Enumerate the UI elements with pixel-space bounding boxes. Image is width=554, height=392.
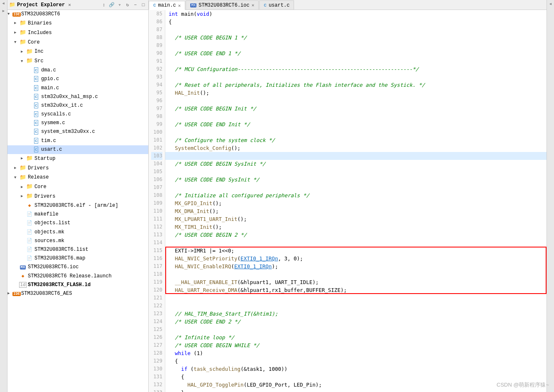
tree-item-sysmem-c[interactable]: csysmem.c: [7, 119, 148, 127]
tree-icon: c: [32, 66, 40, 74]
tree-item-stm32-aes[interactable]: ►IDESTM32U083RCT6_AES: [7, 289, 148, 298]
tree-label: gpio.c: [40, 75, 59, 83]
code-line-105: [165, 168, 547, 176]
tree-item-usart-c[interactable]: cusart.c: [7, 145, 148, 154]
tree-arrow[interactable]: ►: [21, 156, 26, 162]
tab-close-stm32-ioc[interactable]: ✕: [252, 2, 255, 8]
link-editor-icon[interactable]: 🔗: [108, 2, 115, 8]
tree-icon: 📄: [26, 219, 33, 227]
code-line-112: MX_TIM1_Init();: [165, 223, 547, 231]
tree-item-tim-c[interactable]: ctim.c: [7, 137, 148, 145]
tree-item-src[interactable]: ▼📁Src: [7, 56, 148, 66]
tree-arrow[interactable]: ▼: [7, 11, 12, 17]
tree-label: objects.list: [33, 219, 70, 227]
tree-item-main-c[interactable]: cmain.c: [7, 84, 148, 93]
tree-item-drivers[interactable]: ►📁Drivers: [7, 164, 148, 173]
tab-icon-usart: C: [264, 3, 267, 8]
right-panel-icon[interactable]: ◀: [549, 2, 552, 6]
maximize-icon[interactable]: □: [140, 2, 147, 8]
tree-item-stm32-map[interactable]: 📄STM32U083RCT6.map: [7, 254, 148, 263]
tree-label: sources.mk: [33, 237, 64, 245]
tree-item-stm32-list[interactable]: 📄STM32U083RCT6.list: [7, 245, 148, 254]
code-line-120: HAL_UART_Receive_DMA(&hlpuart1,rx1_buffe…: [165, 286, 547, 294]
left-panel-icon-1[interactable]: ▶: [2, 2, 6, 6]
tree-icon: c: [32, 84, 40, 92]
tab-close-main-c[interactable]: ✕: [178, 3, 181, 8]
collapse-all-icon[interactable]: ↕: [101, 2, 107, 8]
tree-label: Inc: [33, 48, 44, 56]
tree-icon: 📄: [26, 211, 33, 218]
tree-label: Drivers: [27, 164, 49, 172]
editor-area: C main.c ✕ MX STM32U083RCT6.ioc ✕ C usar…: [149, 0, 547, 392]
tree-arrow[interactable]: ►: [21, 49, 26, 55]
tree-item-objects-mk[interactable]: 📄objects.mk: [7, 228, 148, 237]
tree-item-root[interactable]: ▼IDESTM32U083RCT6: [7, 10, 148, 19]
tree-item-sources-mk[interactable]: 📄sources.mk: [7, 237, 148, 245]
tree-arrow[interactable]: ►: [7, 291, 12, 296]
tree-icon: c: [32, 137, 40, 145]
sync-icon[interactable]: ↻: [124, 2, 131, 8]
tree-item-binaries[interactable]: ►📁Binaries: [7, 19, 148, 28]
tree-item-rel-core[interactable]: ►📁Core: [7, 182, 148, 192]
tree-label: makefile: [33, 211, 59, 218]
tree-item-syscalls-c[interactable]: csyscalls.c: [7, 110, 148, 119]
tab-usart-c[interactable]: C usart.c: [259, 0, 294, 10]
code-line-87: [165, 26, 547, 34]
tree-item-system-c[interactable]: csystem_stm32u0xx.c: [7, 127, 148, 136]
tree-item-release[interactable]: ▼📁Release: [7, 173, 148, 183]
tree-arrow[interactable]: ▼: [14, 39, 19, 45]
tree-arrow[interactable]: ►: [14, 20, 19, 26]
tree-label: STM32U083RCT6 Release.launch: [27, 272, 112, 280]
code-line-91: [165, 57, 547, 65]
tree-item-stm32-flash-ld[interactable]: ldSTM32083RCTX_FLASH.ld: [7, 281, 148, 289]
tree-item-objects-list[interactable]: 📄objects.list: [7, 219, 148, 228]
tree-item-makefile[interactable]: 📄makefile: [7, 210, 148, 219]
tree-label: STM32U083RCT6: [20, 10, 60, 18]
project-explorer-panel: 📁 Project Explorer ✕ ↕ 🔗 ▿ ↻ − □ ▼IDESTM…: [7, 0, 149, 392]
close-icon[interactable]: ✕: [68, 2, 71, 7]
left-panel-icon-2[interactable]: ▶: [2, 9, 5, 13]
tree-item-dma-c[interactable]: cdma.c: [7, 66, 148, 75]
tree-item-core[interactable]: ▼📁Core: [7, 38, 148, 47]
tree-label: Src: [33, 57, 44, 65]
code-line-101: /* Configure the system clock */: [165, 136, 547, 144]
project-tree: ▼IDESTM32U083RCT6►📁Binaries►📁Includes▼📁C…: [7, 10, 148, 392]
tree-arrow[interactable]: ►: [14, 30, 19, 36]
tree-item-stm32-ioc2[interactable]: MXSTM32U083RCT6.ioc: [7, 263, 148, 272]
code-line-90: /* USER CODE END 1 */: [165, 49, 547, 57]
tree-item-inc[interactable]: ►📁Inc: [7, 47, 148, 57]
tree-arrow[interactable]: ▼: [14, 175, 19, 181]
tree-item-includes[interactable]: ►📁Includes: [7, 28, 148, 38]
tree-item-startup[interactable]: ►📁Startup: [7, 154, 148, 164]
tree-arrow[interactable]: ▼: [21, 59, 26, 64]
tree-icon: c: [32, 146, 40, 154]
tree-item-rel-drivers[interactable]: ►📁Drivers: [7, 192, 148, 201]
tree-label: Drivers: [33, 193, 55, 201]
code-line-98: [165, 113, 547, 120]
tree-item-rel-elf[interactable]: ◆STM32U083RCT6.elf - [arm/le]: [7, 201, 148, 210]
tree-label: system_stm32u0xx.c: [40, 128, 95, 136]
tab-main-c[interactable]: C main.c ✕: [149, 1, 185, 10]
minimize-icon[interactable]: −: [132, 2, 139, 8]
tree-icon: 📁: [26, 48, 33, 56]
tree-icon: ld: [19, 281, 27, 289]
tree-label: STM32U083RCT6.ioc: [27, 263, 78, 271]
tab-bar: C main.c ✕ MX STM32U083RCT6.ioc ✕ C usar…: [149, 0, 547, 10]
tree-icon: ◆: [26, 202, 33, 210]
code-line-110: MX_DMA_Init();: [165, 207, 547, 215]
tree-item-stm32it-c[interactable]: cstm32u0xx_it.c: [7, 101, 148, 110]
tree-item-stm32-launch[interactable]: ◆STM32U083RCT6 Release.launch: [7, 272, 148, 281]
tree-arrow[interactable]: ►: [14, 165, 19, 171]
tree-item-stm32hal-c[interactable]: cstm32u0xx_hal_msp.c: [7, 93, 148, 101]
tree-label: dma.c: [40, 66, 56, 74]
filter-icon[interactable]: ▿: [116, 2, 123, 8]
tree-label: STM32U083RCT6.elf - [arm/le]: [33, 202, 118, 210]
tab-stm32-ioc[interactable]: MX STM32U083RCT6.ioc ✕: [186, 0, 259, 10]
tree-label: Core: [33, 183, 47, 191]
tree-label: STM32083RCTX_FLASH.ld: [27, 281, 91, 289]
tree-arrow[interactable]: ►: [21, 184, 26, 190]
code-line-117: HAL_NVIC_EnableIRQ(EXTI0_1_IRQn);: [165, 262, 547, 270]
tree-arrow[interactable]: ►: [21, 194, 26, 199]
tree-item-gpio-c[interactable]: cgpio.c: [7, 75, 148, 83]
code-editor[interactable]: 8586878889909192939495969798991001011021…: [149, 10, 547, 392]
